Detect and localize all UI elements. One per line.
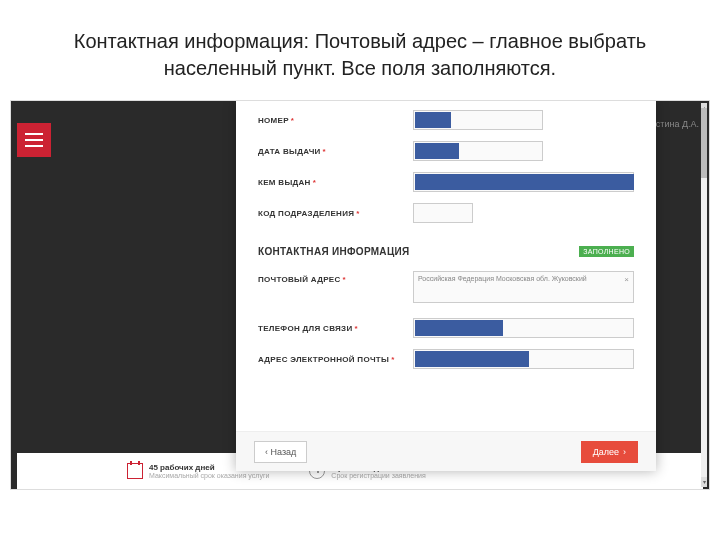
required-mark: * bbox=[354, 324, 357, 333]
scrollbar[interactable]: ▴ ▾ bbox=[701, 103, 707, 487]
required-mark: * bbox=[343, 275, 346, 284]
field-row-email: АДРЕС ЭЛЕКТРОННОЙ ПОЧТЫ* bbox=[258, 348, 634, 370]
address-value: Российская Федерация Московская обл. Жук… bbox=[418, 275, 587, 282]
label-issued-by: КЕМ ВЫДАН bbox=[258, 178, 311, 187]
input-dept-code[interactable] bbox=[413, 203, 473, 223]
back-button[interactable]: ‹ Назад bbox=[254, 441, 307, 463]
label-address: ПОЧТОВЫЙ АДРЕС bbox=[258, 275, 341, 284]
slide-title: Контактная информация: Почтовый адрес – … bbox=[0, 0, 720, 100]
input-address[interactable]: Российская Федерация Московская обл. Жук… bbox=[413, 271, 634, 303]
label-issue-date: ДАТА ВЫДАЧИ bbox=[258, 147, 321, 156]
field-row-phone: ТЕЛЕФОН ДЛЯ СВЯЗИ* bbox=[258, 317, 634, 339]
close-icon[interactable]: × bbox=[624, 275, 629, 285]
input-email[interactable] bbox=[413, 349, 634, 369]
form-modal: НОМЕР* ДАТА ВЫДАЧИ* КЕМ ВЫДАН* КОД ПОДРА… bbox=[236, 101, 656, 471]
status-badge: ЗАПОЛНЕНО bbox=[579, 246, 634, 257]
scroll-thumb[interactable] bbox=[701, 108, 707, 178]
required-mark: * bbox=[291, 116, 294, 125]
app-viewport: стина Д.А. 45 рабочих дней Максимальный … bbox=[10, 100, 710, 490]
label-dept-code: КОД ПОДРАЗДЕЛЕНИЯ bbox=[258, 209, 354, 218]
user-name-label: стина Д.А. bbox=[656, 119, 699, 129]
required-mark: * bbox=[356, 209, 359, 218]
input-issue-date[interactable] bbox=[413, 141, 543, 161]
label-email: АДРЕС ЭЛЕКТРОННОЙ ПОЧТЫ bbox=[258, 355, 389, 364]
next-button[interactable]: Далее › bbox=[581, 441, 638, 463]
label-number: НОМЕР bbox=[258, 116, 289, 125]
scroll-down-button[interactable]: ▾ bbox=[701, 477, 707, 487]
input-issued-by[interactable] bbox=[413, 172, 634, 192]
input-number[interactable] bbox=[413, 110, 543, 130]
label-phone: ТЕЛЕФОН ДЛЯ СВЯЗИ bbox=[258, 324, 352, 333]
chevron-right-icon: › bbox=[623, 447, 626, 457]
field-row-dept-code: КОД ПОДРАЗДЕЛЕНИЯ* bbox=[258, 202, 634, 224]
field-row-issue-date: ДАТА ВЫДАЧИ* bbox=[258, 140, 634, 162]
section-title-contact: КОНТАКТНАЯ ИНФОРМАЦИЯ bbox=[258, 246, 409, 257]
section-header-contact: КОНТАКТНАЯ ИНФОРМАЦИЯ ЗАПОЛНЕНО bbox=[258, 246, 634, 257]
input-phone[interactable] bbox=[413, 318, 634, 338]
required-mark: * bbox=[391, 355, 394, 364]
modal-footer: ‹ Назад Далее › bbox=[236, 431, 656, 471]
field-row-address: ПОЧТОВЫЙ АДРЕС* Российская Федерация Мос… bbox=[258, 271, 634, 303]
field-row-number: НОМЕР* bbox=[258, 109, 634, 131]
registration-caption: Срок регистрации заявления bbox=[331, 472, 425, 479]
duration-caption: Максимальный срок оказания услуги bbox=[149, 472, 269, 479]
required-mark: * bbox=[313, 178, 316, 187]
required-mark: * bbox=[323, 147, 326, 156]
calendar-icon bbox=[127, 463, 143, 479]
hamburger-menu-button[interactable] bbox=[17, 123, 51, 157]
field-row-issued-by: КЕМ ВЫДАН* bbox=[258, 171, 634, 193]
